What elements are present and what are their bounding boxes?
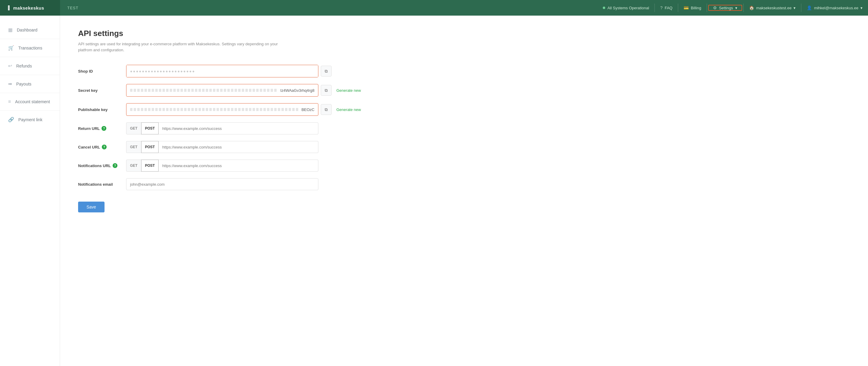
sidebar-div-4: [0, 93, 60, 93]
shop-id-field-wrapper: [126, 65, 318, 77]
notifications-url-label: Notifications URL ?: [78, 163, 126, 168]
cancel-url-input-group: GET POST: [126, 141, 318, 153]
transactions-icon: 🛒: [8, 45, 14, 51]
sidebar-label-refunds: Refunds: [16, 64, 32, 68]
refunds-icon: ↩: [8, 63, 12, 69]
sidebar-item-account-statement[interactable]: ≡ Account statement: [0, 95, 60, 109]
account-statement-icon: ≡: [8, 99, 11, 104]
cancel-url-label: Cancel URL ?: [78, 144, 126, 149]
secret-key-suffix: Iz4WAaGv3rhq4rg8: [280, 88, 314, 93]
cancel-url-help-icon[interactable]: ?: [102, 144, 106, 149]
faq-icon: ?: [660, 5, 662, 10]
copy-icon-2: ⧉: [325, 88, 328, 93]
sidebar-div-1: [0, 39, 60, 39]
shop-id-copy-button[interactable]: ⧉: [321, 66, 332, 76]
faq-item[interactable]: ? FAQ: [655, 0, 678, 15]
sidebar-label-transactions: Transactions: [18, 45, 42, 51]
user-item[interactable]: 👤 mihkel@maksekeskus.ee ▾: [801, 0, 868, 15]
notifications-url-controls: GET POST: [126, 160, 850, 172]
publishable-key-generate-link[interactable]: Generate new: [336, 107, 361, 112]
settings-chevron-icon: ▾: [735, 6, 737, 10]
notifications-url-help-icon[interactable]: ?: [113, 163, 118, 168]
shop-id-input[interactable]: [126, 65, 318, 77]
notifications-email-input[interactable]: [126, 178, 318, 190]
shop-id-label: Shop ID: [78, 69, 126, 73]
sidebar-item-payment-link[interactable]: 🔗 Payment link: [0, 112, 60, 127]
billing-item[interactable]: 💳 Billing: [678, 0, 707, 15]
status-item[interactable]: All Systems Operational: [597, 0, 654, 15]
sidebar-label-payment-link: Payment link: [18, 117, 42, 122]
sidebar-div-5: [0, 110, 60, 111]
payment-link-icon: 🔗: [8, 117, 14, 123]
shop-item[interactable]: 🏠 maksekeskustest.ee ▾: [744, 0, 801, 15]
secret-key-generate-link[interactable]: Generate new: [336, 88, 361, 93]
sidebar-label-payouts: Payouts: [16, 81, 32, 87]
notifications-url-input[interactable]: [159, 160, 318, 172]
shop-icon: 🏠: [749, 5, 754, 10]
notifications-url-get-button[interactable]: GET: [126, 160, 141, 172]
publishable-key-controls: BEOzC ⧉ Generate new: [126, 103, 850, 116]
copy-icon: ⧉: [325, 69, 328, 74]
cancel-url-post-button[interactable]: POST: [141, 141, 159, 153]
publishable-key-suffix: BEOzC: [302, 107, 314, 112]
pub-blur: [130, 108, 299, 111]
secret-key-label: Secret key: [78, 88, 126, 93]
sidebar-item-payouts[interactable]: ➡ Payouts: [0, 77, 60, 91]
return-url-input-group: GET POST: [126, 123, 318, 134]
sidebar-item-dashboard[interactable]: ▦ Dashboard: [0, 23, 60, 37]
secret-key-controls: Iz4WAaGv3rhq4rg8 ⧉ Generate new: [126, 84, 850, 97]
top-nav: ⫿ maksekeskus TEST All Systems Operation…: [0, 0, 868, 15]
sidebar-label-account-statement: Account statement: [15, 99, 50, 104]
publishable-key-row: Publishable key BEOzC ⧉ Generate new: [78, 103, 850, 116]
sidebar-item-transactions[interactable]: 🛒 Transactions: [0, 41, 60, 55]
shop-chevron-icon: ▾: [794, 6, 796, 10]
page-title: API settings: [78, 29, 850, 38]
notifications-email-controls: [126, 178, 850, 190]
logo-icon: ⫿: [7, 4, 10, 12]
shop-id-row: Shop ID ⧉: [78, 65, 850, 77]
save-button[interactable]: Save: [78, 202, 104, 212]
cancel-url-controls: GET POST: [126, 141, 850, 153]
secret-key-copy-button[interactable]: ⧉: [321, 85, 332, 96]
return-url-controls: GET POST: [126, 123, 850, 134]
secret-key-field-wrapper: Iz4WAaGv3rhq4rg8: [126, 84, 318, 97]
user-icon: 👤: [807, 5, 812, 10]
dashboard-icon: ▦: [8, 27, 12, 33]
user-chevron-icon: ▾: [861, 6, 863, 10]
notifications-url-input-group: GET POST: [126, 160, 318, 172]
email-field-wrapper: [126, 178, 318, 190]
sidebar-label-dashboard: Dashboard: [17, 28, 37, 32]
publishable-key-label: Publishable key: [78, 107, 126, 112]
return-url-row: Return URL ? GET POST: [78, 123, 850, 134]
shop-id-controls: ⧉: [126, 65, 850, 77]
cancel-url-input[interactable]: [159, 141, 318, 153]
sidebar: ▦ Dashboard 🛒 Transactions ↩ Refunds ➡ P…: [0, 15, 60, 366]
secret-blur: [130, 89, 278, 92]
publishable-key-display: BEOzC: [126, 103, 318, 115]
return-url-help-icon[interactable]: ?: [101, 126, 106, 131]
return-url-post-button[interactable]: POST: [141, 123, 159, 134]
status-text: All Systems Operational: [607, 6, 649, 10]
sidebar-div-3: [0, 75, 60, 75]
payouts-icon: ➡: [8, 81, 12, 87]
layout: ▦ Dashboard 🛒 Transactions ↩ Refunds ➡ P…: [0, 15, 868, 366]
sidebar-div-2: [0, 57, 60, 57]
return-url-get-button[interactable]: GET: [126, 123, 141, 134]
main-content: API settings API settings are used for i…: [60, 15, 868, 366]
copy-icon-3: ⧉: [325, 107, 328, 112]
settings-icon: ⚙: [713, 5, 717, 10]
notifications-url-post-button[interactable]: POST: [141, 160, 159, 172]
logo-text: maksekeskus: [13, 5, 44, 10]
notifications-url-row: Notifications URL ? GET POST: [78, 160, 850, 172]
secret-key-row: Secret key Iz4WAaGv3rhq4rg8 ⧉ Generate n…: [78, 84, 850, 97]
nav-divider-3: [707, 4, 707, 12]
sidebar-item-refunds[interactable]: ↩ Refunds: [0, 59, 60, 73]
billing-icon: 💳: [684, 5, 689, 10]
return-url-input[interactable]: [159, 123, 318, 134]
cancel-url-get-button[interactable]: GET: [126, 141, 141, 153]
page-description: API settings are used for integrating yo…: [78, 41, 288, 53]
notifications-email-row: Notifications email: [78, 178, 850, 190]
logo[interactable]: ⫿ maksekeskus: [0, 0, 60, 15]
publishable-key-copy-button[interactable]: ⧉: [321, 104, 332, 115]
settings-item[interactable]: ⚙ Settings ▾: [708, 5, 742, 11]
